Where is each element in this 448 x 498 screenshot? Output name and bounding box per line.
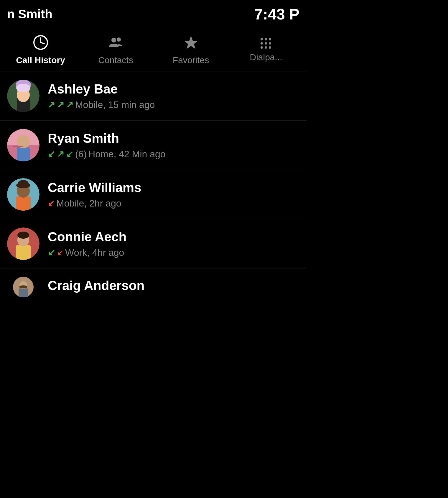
tab-contacts[interactable]: Contacts [78,32,153,68]
call-info: Ashley Bae ↗ ↗ ↗ Mobile, 15 min ago [48,82,299,110]
svg-marker-5 [184,36,198,49]
avatar [7,227,39,260]
call-info: Carrie Williams ↙ Mobile, 2hr ago [48,180,299,209]
call-type-time: Mobile, 15 min ago [75,99,155,110]
call-details: ↗ ↗ ↗ Mobile, 15 min ago [48,99,299,110]
call-info: Craig Anderson [48,278,299,296]
svg-line-2 [41,42,44,44]
arrow-outgoing-2: ↗ [57,100,64,109]
star-icon [183,35,199,52]
arrow-missed-1: ↙ [48,199,55,207]
nav-tabs: Call History Contacts Favorites [0,26,307,71]
status-left-text: n Smith [7,7,52,21]
contact-name: Carrie Williams [48,180,299,195]
arrow-incoming-1: ↙ [48,248,55,257]
tab-favorites-label: Favorites [173,55,209,65]
list-item[interactable]: Carrie Williams ↙ Mobile, 2hr ago [0,170,307,219]
status-time: 7:43 P [254,5,299,23]
svg-point-30 [17,232,29,239]
tab-call-history[interactable]: Call History [3,32,78,68]
dialpad-icon [261,38,272,49]
call-type-time: Home, 42 Min ago [88,149,165,160]
arrow-incoming-2: ↙ [66,150,73,158]
avatar [7,178,39,211]
svg-point-25 [16,182,30,188]
arrow-outgoing-1: ↗ [57,150,64,158]
svg-point-4 [117,37,121,42]
svg-point-35 [19,285,27,288]
avatar [7,80,39,112]
tab-contacts-label: Contacts [98,55,133,65]
svg-point-3 [111,38,116,42]
arrow-outgoing-3: ↗ [66,100,73,109]
svg-rect-33 [19,288,28,297]
call-details: ↙ ↗ ↙ (6) Home, 42 Min ago [48,149,299,160]
call-type-time: Work, 4hr ago [65,247,124,258]
list-item[interactable]: Ashley Bae ↗ ↗ ↗ Mobile, 15 min ago [0,71,307,121]
contact-name: Connie Aech [48,230,299,244]
svg-rect-22 [16,196,31,211]
avatar [7,129,39,161]
svg-point-13 [16,84,30,92]
call-list: Ashley Bae ↗ ↗ ↗ Mobile, 15 min ago [0,71,307,300]
tab-call-history-label: Call History [16,55,65,65]
svg-rect-17 [17,147,30,161]
call-info: Connie Aech ↙ ↙ Work, 4hr ago [48,230,299,258]
arrow-outgoing-1: ↗ [48,100,55,109]
arrow-missed-1: ↙ [57,249,63,256]
contact-name: Craig Anderson [48,278,299,293]
contact-name: Ryan Smith [48,131,299,146]
call-type-time: Mobile, 2hr ago [56,198,121,209]
contacts-icon [108,35,123,52]
avatar [7,277,39,297]
contact-name: Ashley Bae [48,82,299,96]
call-count: (6) [75,149,87,160]
call-details: ↙ Mobile, 2hr ago [48,198,299,209]
arrow-incoming-1: ↙ [48,150,55,158]
tab-favorites[interactable]: Favorites [153,32,228,68]
call-details: ↙ ↙ Work, 4hr ago [48,247,299,258]
call-info: Ryan Smith ↙ ↗ ↙ (6) Home, 42 Min ago [48,131,299,160]
svg-rect-28 [16,245,31,260]
list-item[interactable]: Connie Aech ↙ ↙ Work, 4hr ago [0,219,307,268]
list-item[interactable]: Craig Anderson [0,268,307,300]
clock-icon [33,35,48,52]
status-bar: n Smith 7:43 P [0,0,307,26]
tab-dialpad-label: Dialpa... [250,52,282,62]
tab-dialpad[interactable]: Dialpa... [228,35,304,65]
list-item[interactable]: Ryan Smith ↙ ↗ ↙ (6) Home, 42 Min ago [0,121,307,170]
